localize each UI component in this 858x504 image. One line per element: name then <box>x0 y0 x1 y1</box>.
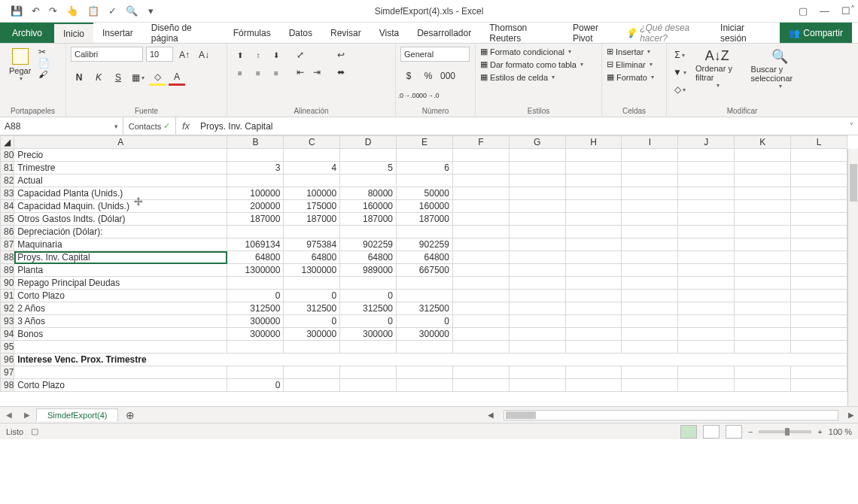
cell[interactable] <box>452 315 509 328</box>
cell[interactable] <box>340 366 397 379</box>
tab-review[interactable]: Revisar <box>321 23 370 43</box>
cell[interactable] <box>284 341 340 354</box>
cell[interactable] <box>284 149 340 162</box>
cell[interactable] <box>509 149 565 162</box>
cell[interactable] <box>735 379 791 392</box>
align-top-icon[interactable]: ⬆ <box>232 47 248 63</box>
cell[interactable] <box>622 238 678 251</box>
cell[interactable] <box>791 175 847 187</box>
qat-brush-icon[interactable]: ✓ <box>108 5 117 17</box>
cell[interactable]: 312500 <box>227 302 284 315</box>
cell[interactable] <box>622 341 678 354</box>
zoom-slider[interactable] <box>759 430 811 433</box>
table-row[interactable]: 85Otros Gastos Indts. (Dólar)18700018700… <box>1 213 847 226</box>
col-header[interactable]: C <box>284 136 340 149</box>
cell[interactable] <box>791 187 847 200</box>
row-header[interactable]: 81 <box>1 162 14 175</box>
cell[interactable] <box>452 264 509 277</box>
cell[interactable] <box>509 187 565 200</box>
row-header[interactable]: 84 <box>1 200 14 213</box>
cell[interactable]: Capacidad Maquin. (Unids.) <box>14 200 227 213</box>
table-row[interactable]: 922 Años312500312500312500312500 <box>1 302 847 315</box>
cell[interactable]: 80000 <box>340 187 397 200</box>
cell[interactable] <box>452 200 509 213</box>
cell[interactable]: 3 <box>227 162 284 175</box>
cell[interactable]: 312500 <box>284 302 340 315</box>
row-header[interactable]: 83 <box>1 187 14 200</box>
row-header[interactable]: 93 <box>1 315 14 328</box>
number-format-combo[interactable]: General <box>400 47 470 62</box>
cell[interactable] <box>678 213 735 226</box>
qat-touch-icon[interactable]: 👆 <box>66 5 78 17</box>
cell[interactable] <box>509 162 565 175</box>
cell[interactable] <box>284 366 340 379</box>
cell[interactable] <box>622 315 678 328</box>
cell[interactable] <box>622 200 678 213</box>
cell[interactable] <box>735 213 791 226</box>
fx-icon[interactable]: fx <box>176 117 196 135</box>
cell[interactable] <box>735 187 791 200</box>
cell[interactable]: 200000 <box>227 200 284 213</box>
cell[interactable] <box>565 379 622 392</box>
orientation-icon[interactable]: ⤢ <box>292 47 309 63</box>
share-button[interactable]: 👥Compartir <box>780 23 852 43</box>
row-header[interactable]: 97 <box>1 366 14 379</box>
cell[interactable]: 902259 <box>340 238 397 251</box>
cell[interactable] <box>509 328 565 341</box>
cell[interactable] <box>622 226 678 238</box>
cell[interactable] <box>227 277 284 290</box>
cell[interactable] <box>509 226 565 238</box>
cell[interactable] <box>791 328 847 341</box>
cell[interactable] <box>452 162 509 175</box>
increase-font-icon[interactable]: A↑ <box>176 47 193 63</box>
cell[interactable] <box>678 162 735 175</box>
zoom-level[interactable]: 100 % <box>829 427 852 436</box>
table-row[interactable]: 88Proys. Inv. Capital6480064800648006480… <box>1 251 847 264</box>
table-row[interactable]: 96Interese Venc. Prox. Trimestre <box>1 354 847 366</box>
row-header[interactable]: 98 <box>1 379 14 392</box>
cell[interactable] <box>397 341 453 354</box>
cell[interactable] <box>735 226 791 238</box>
cell[interactable] <box>452 149 509 162</box>
cell[interactable]: 100000 <box>284 187 340 200</box>
add-sheet-icon[interactable]: ⊕ <box>123 408 138 423</box>
cell[interactable] <box>452 277 509 290</box>
cell[interactable] <box>397 290 453 302</box>
clear-icon[interactable]: ◇▾ <box>671 81 688 98</box>
cell[interactable] <box>509 379 565 392</box>
cell[interactable] <box>791 213 847 226</box>
cell[interactable] <box>509 290 565 302</box>
cell-styles-button[interactable]: ▦Estilos de celda▾ <box>480 72 555 82</box>
zoom-in-icon[interactable]: + <box>817 427 822 436</box>
hscroll-left-icon[interactable]: ◀ <box>484 411 497 419</box>
cell[interactable] <box>735 302 791 315</box>
cell[interactable] <box>397 226 453 238</box>
format-table-button[interactable]: ▦Dar formato como tabla▾ <box>480 59 583 69</box>
cell[interactable] <box>735 200 791 213</box>
cell[interactable]: Bonos <box>14 328 227 341</box>
cell[interactable]: 175000 <box>284 200 340 213</box>
row-header[interactable]: 85 <box>1 213 14 226</box>
table-row[interactable]: 83Capacidad Planta (Unids.)1000001000008… <box>1 187 847 200</box>
cell[interactable] <box>622 290 678 302</box>
cell[interactable] <box>791 379 847 392</box>
cell[interactable] <box>735 328 791 341</box>
tab-layout[interactable]: Diseño de página <box>142 23 224 43</box>
cell[interactable] <box>509 315 565 328</box>
tell-me-search[interactable]: 💡¿Qué desea hacer? <box>625 23 705 44</box>
cell[interactable]: 0 <box>397 315 453 328</box>
font-name-combo[interactable]: Calibri <box>71 47 143 62</box>
cell[interactable] <box>678 175 735 187</box>
table-row[interactable]: 89Planta13000001300000989000667500 <box>1 264 847 277</box>
cell[interactable]: 50000 <box>397 187 453 200</box>
cell[interactable] <box>735 366 791 379</box>
cell[interactable] <box>622 277 678 290</box>
qat-save-icon[interactable]: 💾 <box>11 5 23 17</box>
cell[interactable] <box>678 277 735 290</box>
cell[interactable] <box>397 149 453 162</box>
sheet-nav-prev-icon[interactable]: ◀ <box>0 411 18 419</box>
cell[interactable] <box>340 175 397 187</box>
cell[interactable] <box>735 290 791 302</box>
cell[interactable] <box>678 200 735 213</box>
cell[interactable]: 312500 <box>397 302 453 315</box>
